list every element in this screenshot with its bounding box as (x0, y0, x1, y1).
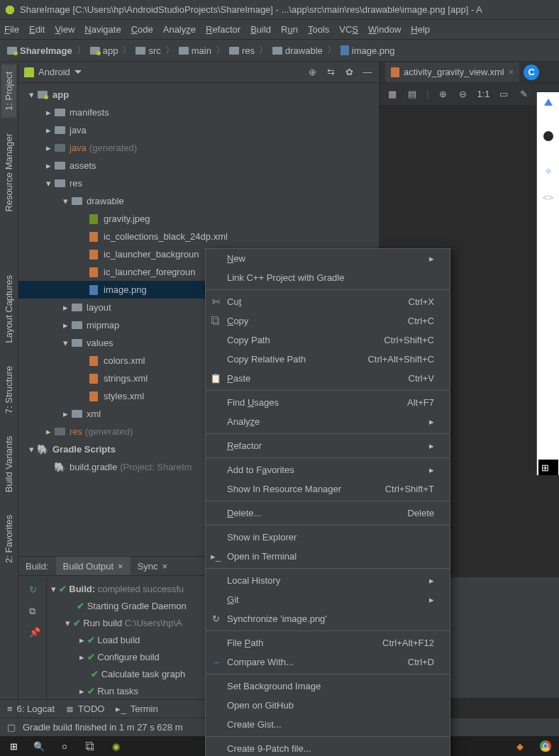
sidebar-tab-layout-captures[interactable]: Layout Captures (1, 268, 16, 350)
context-menu-refactor[interactable]: Refactor▸ (206, 436, 450, 455)
tree-item-app[interactable]: ▾app (18, 86, 379, 104)
tree-item-java-gen[interactable]: ▸java(generated) (18, 139, 379, 157)
sidebar-tab-build-variants[interactable]: Build Variants (1, 429, 16, 499)
task-view-icon[interactable]: ⿻ (84, 740, 96, 752)
rerun-icon[interactable]: ↻ (29, 584, 40, 596)
tab-activity-gravity[interactable]: activity_gravity_view.xml × (385, 62, 519, 82)
context-menu-delete[interactable]: Delete...Delete (206, 504, 450, 523)
fit-icon[interactable]: ▭ (498, 89, 509, 100)
status-icon[interactable]: ▢ (7, 722, 16, 733)
context-menu-analyze[interactable]: Analyze▸ (206, 412, 450, 431)
menu-help[interactable]: Help (411, 24, 430, 35)
sublime-icon[interactable]: ◆ (514, 740, 526, 752)
pin-icon[interactable]: 📌 (29, 627, 40, 638)
menu-vcs[interactable]: VCS (339, 24, 358, 35)
context-menu-cut[interactable]: ✄CutCtrl+X (206, 292, 450, 311)
breadcrumb-item[interactable]: image.png (341, 45, 395, 56)
context-menu-create-gist[interactable]: Create Gist... (206, 715, 450, 734)
tree-item-assets[interactable]: ▸assets (18, 157, 379, 174)
breadcrumb-item[interactable]: main (179, 45, 211, 56)
status-terminal[interactable]: ▸_ Termin (116, 704, 157, 714)
title-bar: ShareImage [C:\Users\hp\AndroidStudioPro… (0, 0, 559, 20)
menu-tools[interactable]: Tools (308, 24, 329, 35)
search-icon[interactable]: 🔍 (33, 740, 45, 752)
menu-build[interactable]: Build (250, 24, 271, 35)
filter-icon[interactable]: ⧉ (29, 606, 40, 617)
menu-refactor[interactable]: Refactor (206, 24, 240, 35)
tree-item-ic-collections[interactable]: ic_collections_black_24dp.xml (18, 228, 379, 245)
context-menu-file-path[interactable]: File PathCtrl+Alt+F12 (206, 633, 450, 652)
menu-code[interactable]: Code (131, 24, 153, 35)
tree-item-res[interactable]: ▾res (18, 174, 379, 192)
sidebar-tab-project[interactable]: 1: Project (1, 65, 16, 118)
context-menu-9patch[interactable]: Create 9-Patch file... (206, 739, 450, 756)
context-menu-compare[interactable]: →Compare With...Ctrl+D (206, 652, 450, 672)
context-menu-synchronize[interactable]: ↻Synchronize 'image.png' (206, 609, 450, 628)
tree-item-manifests[interactable]: ▸manifests (18, 104, 379, 121)
context-menu-show-explorer[interactable]: Show in Explorer (206, 528, 450, 547)
windows-start-icon[interactable]: ⊞ (7, 740, 20, 752)
hide-icon[interactable]: — (362, 67, 373, 78)
locate-icon[interactable]: ⊕ (306, 67, 318, 78)
breadcrumb-item[interactable]: drawable (272, 45, 323, 56)
tab-sync[interactable]: Sync× (131, 557, 175, 575)
select-icon[interactable]: ▦ (387, 89, 398, 100)
gear-icon[interactable]: ✿ (343, 67, 355, 78)
grid-icon[interactable]: ▤ (406, 89, 418, 100)
context-menu-copy[interactable]: ⿻CopyCtrl+C (206, 311, 450, 330)
github-icon[interactable] (543, 130, 554, 142)
breadcrumb-item[interactable]: app (90, 45, 118, 56)
expand-all-icon[interactable]: ⇆ (325, 67, 336, 78)
tree-item-gravity[interactable]: gravity.jpeg (18, 210, 379, 228)
menu-navigate[interactable]: Navigate (84, 24, 121, 35)
tree-item-java[interactable]: ▸java (18, 121, 379, 139)
tab-letter-c[interactable]: C (524, 65, 539, 80)
code-icon[interactable]: <> (543, 191, 554, 203)
chevron-down-icon[interactable] (74, 70, 82, 74)
project-view-selector[interactable]: Android (38, 67, 70, 77)
chevron-right-icon: 〉 (122, 44, 131, 57)
context-menu-copy-relative[interactable]: Copy Relative PathCtrl+Alt+Shift+C (206, 350, 450, 369)
close-icon[interactable]: × (162, 561, 168, 572)
context-menu-git[interactable]: Git▸ (206, 590, 450, 609)
status-logcat[interactable]: ≡ 6: Logcat (7, 704, 55, 714)
eyedropper-icon[interactable]: ✎ (518, 89, 529, 100)
sidebar-tab-favorites[interactable]: 2: Favorites (1, 508, 16, 570)
menu-window[interactable]: Window (368, 24, 401, 35)
context-menu-add-favorites[interactable]: Add to Favorites▸ (206, 460, 450, 479)
context-menu-copy-path[interactable]: Copy PathCtrl+Shift+C (206, 330, 450, 350)
breadcrumb-item[interactable]: res (229, 45, 255, 56)
breadcrumb-item[interactable]: src (135, 45, 160, 56)
context-menu-link-cpp[interactable]: Link C++ Project with Gradle (206, 268, 450, 287)
context-menu-open-terminal[interactable]: ▸_Open in Terminal (206, 547, 450, 566)
breadcrumb-item[interactable]: ShareImage (7, 45, 72, 56)
close-icon[interactable]: × (509, 67, 514, 77)
status-todo[interactable]: ≣ TODO (66, 704, 104, 714)
menu-analyze[interactable]: Analyze (163, 24, 196, 35)
context-menu-set-bg[interactable]: Set Background Image (206, 677, 450, 696)
menu-view[interactable]: View (55, 24, 74, 35)
context-menu-open-github[interactable]: Open on GitHub (206, 696, 450, 715)
android-studio-icon[interactable]: ◉ (109, 740, 122, 752)
context-menu-find-usages[interactable]: Find UsagesAlt+F7 (206, 393, 450, 412)
windows-icon[interactable]: ⊞ (538, 460, 558, 475)
zoom-in-icon[interactable]: ⊕ (437, 89, 448, 100)
menu-edit[interactable]: Edit (29, 24, 45, 35)
menu-run[interactable]: Run (281, 24, 298, 35)
menu-file[interactable]: File (4, 24, 19, 35)
cortana-icon[interactable]: ○ (58, 740, 71, 752)
zoom-out-icon[interactable]: ⊖ (457, 89, 468, 100)
tab-build-output[interactable]: Build Output× (56, 557, 131, 575)
chrome-icon[interactable] (539, 740, 552, 752)
context-menu-new[interactable]: New▸ (206, 249, 450, 268)
tree-item-drawable[interactable]: ▾drawable (18, 192, 379, 210)
sidebar-tab-structure[interactable]: 7: Structure (1, 359, 16, 421)
close-icon[interactable]: × (118, 561, 123, 572)
sidebar-tab-resource-manager[interactable]: Resource Manager (1, 126, 16, 219)
context-menu-paste[interactable]: 📋PasteCtrl+V (206, 369, 450, 388)
context-menu-show-resource-mgr[interactable]: Show In Resource ManagerCtrl+Shift+T (206, 479, 450, 499)
zoom-ratio[interactable]: 1:1 (477, 89, 489, 99)
context-menu-local-history[interactable]: Local History▸ (206, 571, 450, 590)
azure-icon[interactable]: ⟐ (543, 165, 554, 176)
gdrive-icon[interactable] (543, 96, 554, 108)
